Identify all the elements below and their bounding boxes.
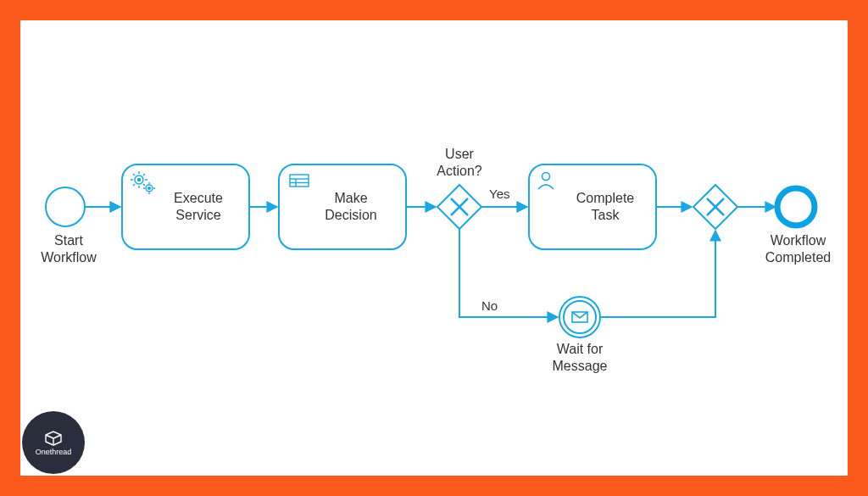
end-label: WorkflowCompleted xyxy=(758,232,838,266)
gateway-user-action xyxy=(437,185,481,229)
event-wait-message xyxy=(559,297,600,337)
logo-text: Onethread xyxy=(36,448,72,456)
svg-point-3 xyxy=(148,187,151,190)
start-event xyxy=(46,187,85,226)
table-icon xyxy=(290,175,309,187)
edge-no-label: No xyxy=(481,298,498,313)
user-icon xyxy=(538,173,554,190)
gateway1-label: UserAction? xyxy=(430,146,489,180)
onethread-logo: Onethread xyxy=(22,411,85,474)
edge-wait-gw2 xyxy=(600,231,715,317)
exec-service-label: ExecuteService xyxy=(147,190,249,224)
complete-task-label: CompleteTask xyxy=(554,190,656,224)
svg-point-1 xyxy=(137,178,140,181)
svg-point-8 xyxy=(542,173,550,181)
wait-msg-label: Wait forMessage xyxy=(546,341,614,375)
diagram-svg xyxy=(20,20,848,476)
logo-cube-icon xyxy=(42,429,64,448)
gateway-merge xyxy=(693,185,737,229)
start-label: StartWorkflow xyxy=(31,232,107,266)
bpmn-canvas: StartWorkflow ExecuteService MakeDecisio… xyxy=(20,20,848,476)
make-decision-label: MakeDecision xyxy=(300,190,402,224)
end-event xyxy=(777,188,815,226)
edge-gw1-no xyxy=(459,229,558,317)
edge-yes-label: Yes xyxy=(489,187,509,201)
svg-rect-4 xyxy=(290,175,309,187)
